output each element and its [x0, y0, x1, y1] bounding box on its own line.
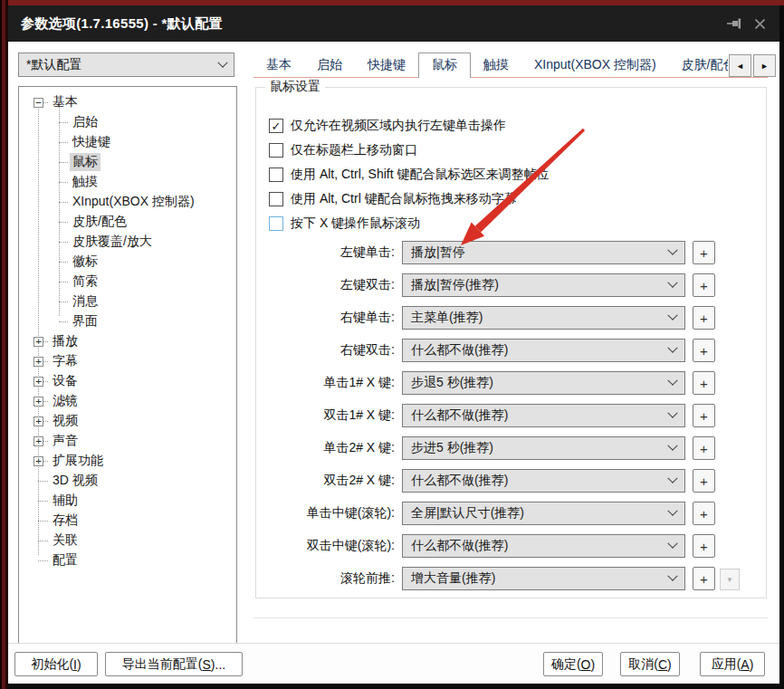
action-select[interactable]: 什么都不做(推荐) [402, 404, 685, 427]
tree-item-18[interactable]: +扩展功能 [19, 451, 236, 471]
action-select-value: 什么都不做(推荐) [411, 407, 508, 424]
collapse-icon[interactable]: − [33, 98, 43, 108]
checkbox-row-3[interactable]: 使用 Alt, Ctrl 键配合鼠标拖拽来移动字幕 [269, 190, 517, 208]
expand-icon[interactable]: + [33, 357, 43, 367]
tree-connector [59, 262, 68, 263]
checkbox-row-4[interactable]: 按下 X 键操作鼠标滚动 [269, 215, 420, 233]
tree-item-label: 启始 [70, 113, 100, 131]
tree-item-14[interactable]: +设备 [19, 371, 236, 391]
tree-item-7[interactable]: 皮肤覆盖/放大 [19, 232, 236, 252]
tab-3[interactable]: 鼠标 [418, 53, 471, 78]
initialize-button[interactable]: 初始化(I) [14, 652, 98, 676]
action-select[interactable]: 什么都不做(推荐) [402, 469, 685, 493]
expand-icon[interactable]: + [33, 456, 43, 466]
add-action-button[interactable]: + [693, 534, 715, 558]
tree-item-label: 滤镜 [50, 392, 81, 410]
action-select-value: 什么都不做(推荐) [411, 538, 508, 554]
ok-button[interactable]: 确定(O) [543, 652, 603, 676]
checkbox[interactable] [269, 192, 283, 206]
tree-item-label: 声音 [50, 432, 81, 450]
tree-item-1[interactable]: 启始 [19, 112, 236, 132]
add-action-button[interactable]: + [693, 469, 715, 493]
add-action-button[interactable]: + [693, 273, 715, 297]
expand-icon[interactable]: + [33, 377, 43, 387]
action-select[interactable]: 播放|暂停(推荐) [402, 273, 685, 297]
tree-item-16[interactable]: +视频 [19, 411, 236, 431]
tree-connector [59, 222, 68, 223]
profile-select[interactable]: *默认配置 [18, 53, 234, 77]
add-action-button[interactable]: + [693, 339, 715, 362]
checkbox[interactable] [269, 143, 283, 158]
checkbox-row-1[interactable]: 仅在标题栏上移动窗口 [269, 141, 417, 159]
tree-item-17[interactable]: +声音 [19, 431, 236, 451]
tree-item-5[interactable]: XInput(XBOX 控制器) [19, 192, 236, 212]
tree-item-0[interactable]: −基本 [19, 92, 236, 112]
action-label: 右键单击: [256, 310, 395, 326]
export-config-button[interactable]: 导出当前配置(S)... [105, 652, 243, 676]
tree-item-22[interactable]: 关联 [19, 531, 236, 550]
tree-item-11[interactable]: 界面 [19, 311, 236, 331]
tab-0[interactable]: 基本 [253, 53, 304, 78]
add-action-button[interactable]: + [693, 502, 715, 525]
tree-item-2[interactable]: 快捷键 [19, 132, 236, 152]
tab-6[interactable]: 皮肤/配色 [669, 53, 728, 78]
tree-item-19[interactable]: 3D 视频 [19, 471, 236, 491]
action-select[interactable]: 主菜单(推荐) [402, 306, 685, 330]
action-select[interactable]: 什么都不做(推荐) [402, 339, 685, 362]
tree-item-10[interactable]: 消息 [19, 292, 236, 311]
action-select[interactable]: 步进5 秒(推荐) [402, 436, 685, 460]
chevron-down-icon [667, 278, 677, 288]
add-action-button[interactable]: + [693, 306, 715, 330]
action-select-value: 播放|暂停 [411, 244, 465, 261]
apply-button[interactable]: 应用(A) [700, 652, 765, 676]
profile-select-value: *默认配置 [26, 57, 81, 73]
page-scroll-down-button[interactable]: ▼ [720, 569, 740, 590]
tree-item-13[interactable]: +字幕 [19, 351, 236, 371]
tree-item-12[interactable]: +播放 [19, 331, 236, 351]
checkbox[interactable] [269, 167, 283, 182]
checkbox[interactable]: ✓ [269, 119, 283, 133]
tab-5[interactable]: XInput(XBOX 控制器) [521, 53, 669, 78]
checkbox[interactable] [269, 216, 283, 231]
action-select-value: 什么都不做(推荐) [411, 342, 508, 359]
expand-icon[interactable]: + [33, 337, 43, 347]
action-select[interactable]: 什么都不做(推荐) [402, 534, 685, 558]
tree-item-20[interactable]: 辅助 [19, 491, 236, 511]
tree-connector [59, 242, 68, 243]
tab-2[interactable]: 快捷键 [355, 53, 418, 78]
action-label: 单击2# X 键: [256, 440, 395, 456]
add-action-button[interactable]: + [693, 371, 715, 395]
add-action-button[interactable]: + [693, 404, 715, 427]
action-select-value: 播放|暂停(推荐) [411, 277, 499, 293]
tree-item-selected[interactable]: 鼠标 [19, 152, 236, 172]
tree-item-8[interactable]: 徽标 [19, 252, 236, 272]
chevron-down-icon [667, 408, 677, 418]
tree-item-9[interactable]: 简索 [19, 272, 236, 292]
tab-scroll-right-button[interactable]: ► [753, 54, 776, 77]
tree-item-23[interactable]: 配置 [19, 550, 236, 570]
tab-1[interactable]: 启始 [304, 53, 355, 78]
expand-icon[interactable]: + [33, 397, 43, 407]
tree-item-21[interactable]: 存档 [19, 511, 236, 531]
tab-scroll-left-button[interactable]: ◄ [729, 54, 751, 77]
action-select[interactable]: 全屏|默认尺寸(推荐) [402, 502, 685, 525]
action-select[interactable]: 播放|暂停 [402, 241, 685, 264]
expand-icon[interactable]: + [33, 416, 43, 426]
checkbox-row-0[interactable]: ✓仅允许在视频区域内执行左键单击操作 [269, 117, 506, 135]
add-action-button[interactable]: + [693, 241, 715, 264]
cancel-button[interactable]: 取消(C) [620, 652, 680, 676]
expand-icon[interactable]: + [33, 436, 43, 446]
checkbox-row-2[interactable]: 使用 Alt, Ctrl, Shift 键配合鼠标选区来调整帧位 [269, 166, 549, 184]
add-action-button[interactable]: + [693, 436, 715, 460]
tab-4[interactable]: 触摸 [471, 53, 521, 78]
action-select[interactable]: 增大音量(推荐) [402, 567, 685, 590]
tree-item-15[interactable]: +滤镜 [19, 391, 236, 411]
pin-icon[interactable] [725, 16, 743, 31]
chevron-down-icon [217, 57, 227, 67]
tree-item-4[interactable]: 触摸 [19, 172, 236, 192]
close-icon[interactable] [751, 16, 769, 31]
add-action-button[interactable]: + [693, 567, 715, 590]
action-select[interactable]: 步退5 秒(推荐) [402, 371, 685, 395]
tree-item-label: 界面 [70, 312, 100, 330]
tree-item-6[interactable]: 皮肤/配色 [19, 212, 236, 232]
